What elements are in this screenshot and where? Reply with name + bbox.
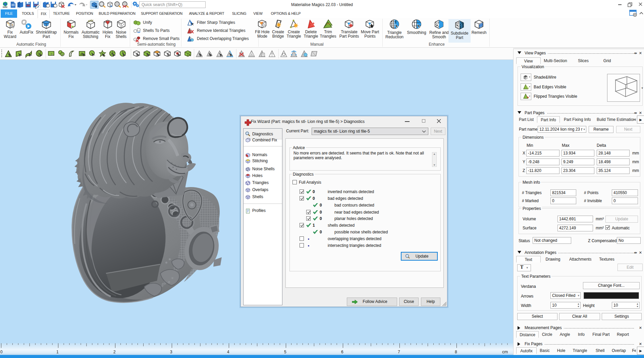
svg-text:cm: cm bbox=[502, 349, 508, 354]
svg-text:3: 3 bbox=[170, 350, 172, 354]
svg-text:4: 4 bbox=[227, 350, 229, 354]
svg-text:7: 7 bbox=[398, 350, 400, 354]
svg-text:6: 6 bbox=[341, 350, 343, 354]
svg-text:1: 1 bbox=[56, 350, 59, 354]
svg-text:5: 5 bbox=[284, 350, 286, 354]
svg-text:8: 8 bbox=[455, 350, 457, 354]
svg-text:2: 2 bbox=[113, 350, 116, 354]
svg-text:0: 0 bbox=[0, 350, 3, 354]
